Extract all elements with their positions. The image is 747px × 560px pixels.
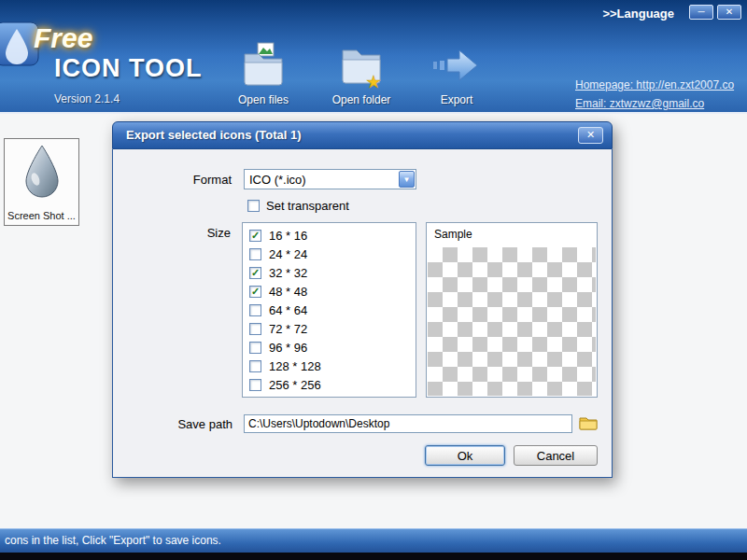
- export-button[interactable]: Export: [412, 39, 501, 106]
- size-checkbox[interactable]: ✓: [249, 267, 261, 279]
- size-option-label: 24 * 24: [269, 247, 307, 261]
- set-transparent-option[interactable]: Set transparent: [247, 199, 349, 213]
- size-checkbox[interactable]: [249, 248, 261, 260]
- size-checkbox[interactable]: [249, 379, 261, 391]
- size-option-label: 256 * 256: [269, 378, 321, 392]
- status-bar: cons in the list, Click "Export" to save…: [0, 528, 747, 553]
- size-option[interactable]: ✓48 * 48: [243, 282, 416, 301]
- water-drop-image: [21, 144, 63, 198]
- size-option[interactable]: ✓16 * 16: [243, 226, 416, 245]
- dialog-close-icon[interactable]: ✕: [578, 127, 603, 144]
- export-label: Export: [412, 93, 501, 106]
- version-label: Version 2.1.4: [54, 92, 120, 105]
- open-folder-icon: ★: [317, 39, 406, 91]
- format-label: Format: [157, 173, 232, 187]
- size-option-label: 96 * 96: [269, 341, 307, 355]
- chevron-down-icon[interactable]: ▼: [399, 171, 415, 188]
- size-label: Size: [175, 226, 231, 240]
- size-option-label: 48 * 48: [269, 285, 307, 299]
- open-files-icon: [218, 39, 308, 91]
- logo-text-free: Free: [34, 22, 92, 54]
- size-option-label: 16 * 16: [269, 229, 307, 243]
- size-checkbox[interactable]: ✓: [249, 286, 261, 298]
- browse-folder-icon[interactable]: [578, 414, 599, 433]
- app-window: >>Language ─ ✕ Free ICON TOOL Version 2.…: [0, 0, 747, 560]
- svg-text:★: ★: [366, 73, 381, 91]
- save-path-input[interactable]: [244, 414, 572, 433]
- size-checkbox[interactable]: [249, 360, 261, 372]
- status-text: cons in the list, Click "Export" to save…: [5, 534, 221, 547]
- thumbnail-label: Screen Shot ...: [5, 210, 78, 221]
- header: >>Language ─ ✕ Free ICON TOOL Version 2.…: [0, 0, 747, 112]
- open-files-label: Open files: [218, 93, 308, 106]
- transparency-checker-preview: [428, 247, 596, 396]
- dialog-title-bar[interactable]: Export selected icons (Total 1) ✕: [112, 121, 613, 149]
- cancel-button[interactable]: Cancel: [514, 445, 598, 466]
- format-dropdown[interactable]: ICO (*.ico) ▼: [244, 169, 416, 189]
- size-option-label: 128 * 128: [269, 359, 321, 373]
- size-option[interactable]: 96 * 96: [243, 338, 416, 357]
- size-option-label: 72 * 72: [269, 322, 307, 336]
- size-checkbox[interactable]: [249, 342, 261, 354]
- homepage-link[interactable]: Homepage: http://en.zxt2007.co: [575, 78, 747, 91]
- open-files-button[interactable]: Open files: [218, 39, 308, 106]
- bottom-border-bar: [0, 553, 747, 560]
- size-checkbox[interactable]: [249, 304, 261, 316]
- window-controls: ─ ✕: [689, 5, 741, 20]
- save-path-label: Save path: [154, 417, 233, 431]
- size-checkbox[interactable]: [249, 323, 261, 335]
- size-checkbox[interactable]: ✓: [249, 230, 261, 242]
- export-dialog: Export selected icons (Total 1) ✕ Format…: [112, 121, 613, 478]
- language-menu[interactable]: >>Language: [602, 7, 674, 21]
- set-transparent-checkbox[interactable]: [247, 200, 260, 212]
- open-folder-label: Open folder: [317, 93, 406, 106]
- sample-panel: Sample: [426, 222, 598, 398]
- open-folder-button[interactable]: ★ Open folder: [317, 39, 406, 106]
- logo-text-icon-tool: ICON TOOL: [54, 54, 203, 83]
- size-option-label: 32 * 32: [269, 266, 307, 280]
- size-option[interactable]: 256 * 256: [243, 375, 416, 394]
- close-icon[interactable]: ✕: [717, 5, 741, 20]
- header-links: Homepage: http://en.zxt2007.co Email: zx…: [575, 78, 747, 116]
- size-list[interactable]: ✓16 * 1624 * 24✓32 * 32✓48 * 4864 * 6472…: [242, 222, 416, 398]
- icon-thumbnail[interactable]: Screen Shot ...: [4, 138, 79, 226]
- set-transparent-label: Set transparent: [266, 199, 349, 213]
- ok-button[interactable]: Ok: [425, 445, 505, 466]
- dialog-body: Format ICO (*.ico) ▼ Set transparent Siz…: [112, 149, 613, 478]
- size-option[interactable]: ✓32 * 32: [243, 263, 416, 282]
- minimize-icon[interactable]: ─: [689, 5, 713, 20]
- export-icon: [412, 39, 501, 91]
- email-link[interactable]: Email: zxtwzwz@gmail.co: [575, 97, 747, 110]
- size-option[interactable]: 128 * 128: [243, 357, 416, 375]
- size-option[interactable]: 72 * 72: [243, 319, 416, 338]
- size-option[interactable]: 64 * 64: [243, 301, 416, 319]
- size-option-label: 64 * 64: [269, 303, 307, 317]
- dialog-title: Export selected icons (Total 1): [113, 128, 302, 142]
- sample-label: Sample: [427, 223, 597, 241]
- size-option[interactable]: 24 * 24: [243, 245, 416, 263]
- format-selected-value: ICO (*.ico): [245, 170, 416, 187]
